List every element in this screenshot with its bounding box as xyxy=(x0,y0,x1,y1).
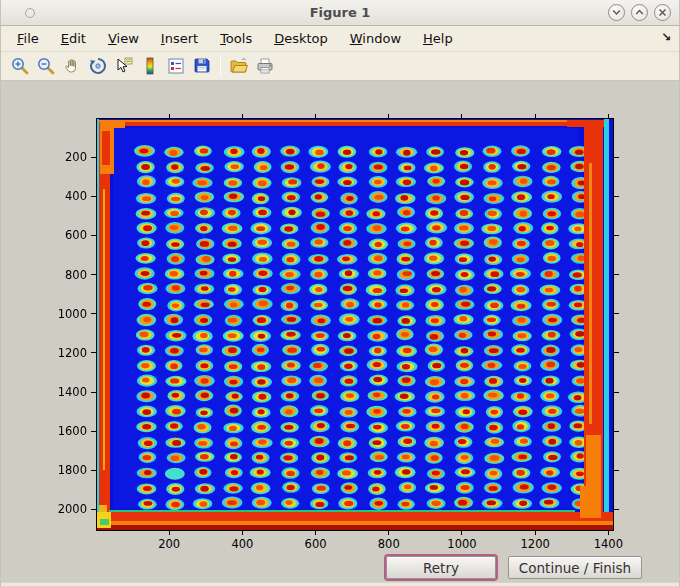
tick-mark xyxy=(169,114,170,118)
maximize-button[interactable] xyxy=(631,4,648,21)
tick-mark xyxy=(614,431,619,432)
tick-label: 1000 xyxy=(432,537,492,551)
legend-icon xyxy=(166,56,186,76)
tick-mark xyxy=(315,531,316,535)
menu-desktop[interactable]: Desktop xyxy=(266,28,336,49)
tick-mark xyxy=(91,274,96,275)
printer-icon xyxy=(255,56,275,76)
menu-view[interactable]: View xyxy=(100,28,147,49)
tick-mark xyxy=(91,235,96,236)
pan-hand-icon xyxy=(62,56,82,76)
menubar: File Edit View Insert Tools Desktop Wind… xyxy=(1,26,679,52)
tick-label: 800 xyxy=(359,537,419,551)
zoom-in-icon xyxy=(10,56,30,76)
tick-mark xyxy=(535,531,536,535)
tick-mark xyxy=(315,114,316,118)
tick-label: 400 xyxy=(212,537,272,551)
insert-colorbar-button[interactable] xyxy=(137,54,163,78)
tick-mark xyxy=(91,157,96,158)
figure-canvas-area: 2004006008001000120014002004006008001000… xyxy=(1,81,679,582)
open-folder-icon xyxy=(229,56,249,76)
tick-mark xyxy=(614,392,619,393)
chevron-down-icon xyxy=(611,7,622,18)
tick-mark xyxy=(91,509,96,510)
menu-tools[interactable]: Tools xyxy=(212,28,260,49)
tick-mark xyxy=(91,196,96,197)
zoom-out-icon xyxy=(36,56,56,76)
tick-mark xyxy=(614,352,619,353)
tick-mark xyxy=(461,114,462,118)
close-button[interactable] xyxy=(654,4,671,21)
tick-label: 1800 xyxy=(47,463,87,477)
zoom-out-button[interactable] xyxy=(33,54,59,78)
toolbar-separator xyxy=(220,56,221,76)
window-title: Figure 1 xyxy=(1,5,679,20)
save-floppy-icon xyxy=(192,56,212,76)
menu-edit[interactable]: Edit xyxy=(53,28,94,49)
tick-mark xyxy=(91,470,96,471)
tick-label: 800 xyxy=(47,268,87,282)
tick-mark xyxy=(614,509,619,510)
window-controls xyxy=(608,4,671,21)
tick-label: 200 xyxy=(47,150,87,164)
menu-file[interactable]: File xyxy=(9,28,47,49)
rotate-3d-icon xyxy=(88,56,108,76)
toolbar xyxy=(1,52,679,81)
titlebar[interactable]: Figure 1 xyxy=(1,0,679,26)
data-cursor-button[interactable] xyxy=(111,54,137,78)
colorbar-icon xyxy=(140,56,160,76)
tick-mark xyxy=(614,470,619,471)
minimize-button[interactable] xyxy=(608,4,625,21)
tick-mark xyxy=(169,531,170,535)
tick-mark xyxy=(91,313,96,314)
tick-mark xyxy=(535,114,536,118)
tick-mark xyxy=(461,531,462,535)
menu-insert[interactable]: Insert xyxy=(153,28,206,49)
menu-help[interactable]: Help xyxy=(415,28,461,49)
window-bottom-border xyxy=(1,582,679,586)
tick-label: 1000 xyxy=(47,307,87,321)
figure-window: Figure 1 File Edit View Insert Tools Des… xyxy=(0,0,680,586)
tick-mark xyxy=(608,531,609,535)
tick-mark xyxy=(91,392,96,393)
tick-mark xyxy=(614,235,619,236)
save-figure-button[interactable] xyxy=(189,54,215,78)
rotate-3d-button[interactable] xyxy=(85,54,111,78)
print-figure-button[interactable] xyxy=(252,54,278,78)
heatmap-image[interactable] xyxy=(97,119,613,530)
tick-mark xyxy=(91,352,96,353)
chevron-up-icon xyxy=(634,7,645,18)
tick-label: 1600 xyxy=(47,424,87,438)
data-cursor-icon xyxy=(114,56,134,76)
tick-label: 1400 xyxy=(578,537,638,551)
tick-mark xyxy=(608,114,609,118)
tick-mark xyxy=(614,157,619,158)
tick-label: 400 xyxy=(47,189,87,203)
tick-label: 1400 xyxy=(47,385,87,399)
tick-mark xyxy=(614,274,619,275)
tick-label: 1200 xyxy=(505,537,565,551)
tick-label: 1200 xyxy=(47,346,87,360)
dock-figure-icon[interactable]: ↘ xyxy=(661,30,671,44)
tick-label: 600 xyxy=(286,537,346,551)
tick-label: 2000 xyxy=(47,502,87,516)
tick-label: 200 xyxy=(139,537,199,551)
zoom-in-button[interactable] xyxy=(7,54,33,78)
tick-label: 600 xyxy=(47,228,87,242)
tick-mark xyxy=(91,431,96,432)
close-icon xyxy=(657,7,668,18)
tick-mark xyxy=(388,531,389,535)
pan-button[interactable] xyxy=(59,54,85,78)
continue-finish-button[interactable]: Continue / Finish xyxy=(508,556,642,579)
tick-mark xyxy=(614,196,619,197)
tick-mark xyxy=(388,114,389,118)
retry-button[interactable]: Retry xyxy=(386,556,496,579)
tick-mark xyxy=(242,114,243,118)
open-file-button[interactable] xyxy=(226,54,252,78)
insert-legend-button[interactable] xyxy=(163,54,189,78)
menu-window[interactable]: Window xyxy=(342,28,409,49)
tick-mark xyxy=(614,313,619,314)
tick-mark xyxy=(242,531,243,535)
image-plot[interactable] xyxy=(96,118,614,531)
